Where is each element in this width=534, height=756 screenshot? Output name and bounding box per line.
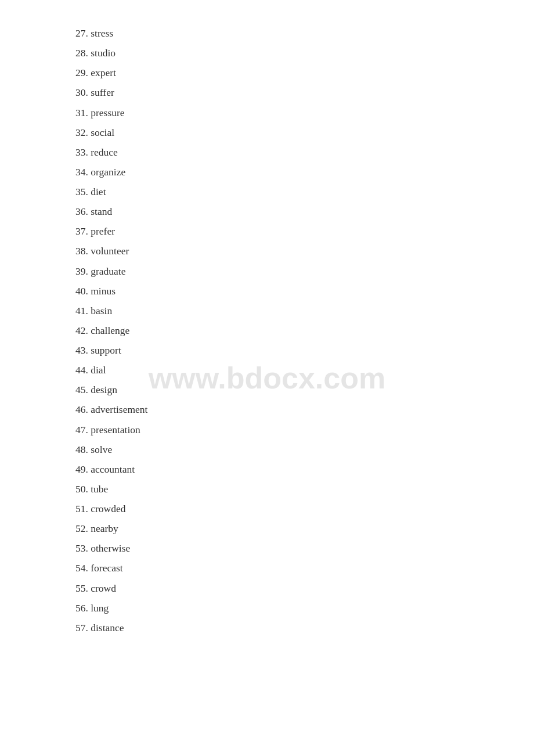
- list-item: 53. otherwise: [75, 538, 534, 558]
- list-item: 33. reduce: [75, 142, 534, 162]
- list-item: 54. forecast: [75, 558, 534, 578]
- list-item: 52. nearby: [75, 519, 534, 538]
- list-item: 49. accountant: [75, 459, 534, 479]
- list-item: 47. presentation: [75, 420, 534, 440]
- list-item: 34. organize: [75, 162, 534, 182]
- list-item: 57. distance: [75, 618, 534, 638]
- list-item: 31. pressure: [75, 103, 534, 123]
- list-item: 44. dial: [75, 360, 534, 380]
- list-item: 46. advertisement: [75, 399, 534, 419]
- list-item: 29. expert: [75, 63, 534, 82]
- list-item: 32. social: [75, 123, 534, 142]
- list-item: 36. stand: [75, 201, 534, 221]
- list-item: 42. challenge: [75, 321, 534, 340]
- list-item: 41. basin: [75, 301, 534, 321]
- list-item: 35. diet: [75, 182, 534, 201]
- list-item: 38. volunteer: [75, 241, 534, 261]
- word-list: 27. stress28. studio29. expert30. suffer…: [0, 0, 534, 661]
- list-item: 39. graduate: [75, 261, 534, 281]
- list-item: 43. support: [75, 340, 534, 360]
- list-item: 27. stress: [75, 23, 534, 43]
- list-item: 37. prefer: [75, 221, 534, 241]
- list-item: 28. studio: [75, 43, 534, 63]
- list-item: 30. suffer: [75, 82, 534, 102]
- list-item: 56. lung: [75, 598, 534, 618]
- list-item: 51. crowded: [75, 499, 534, 519]
- list-item: 48. solve: [75, 440, 534, 459]
- list-item: 55. crowd: [75, 578, 534, 598]
- list-item: 45. design: [75, 380, 534, 399]
- list-item: 40. minus: [75, 281, 534, 301]
- list-item: 50. tube: [75, 479, 534, 499]
